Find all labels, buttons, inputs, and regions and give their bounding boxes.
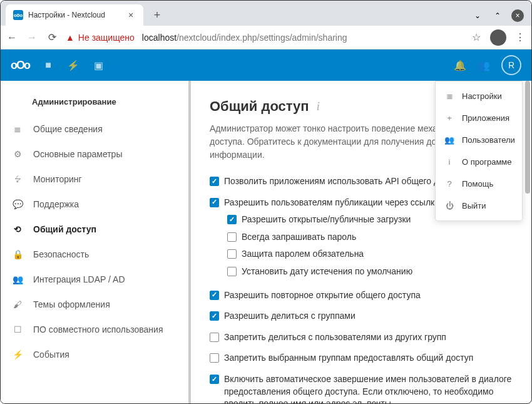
sidebar-item-6[interactable]: 👥Интеграция LDAP / AD <box>1 267 188 292</box>
notifications-icon[interactable]: 🔔 <box>454 59 466 71</box>
user-menu-label: Приложения <box>462 113 509 123</box>
checkbox[interactable] <box>210 291 219 300</box>
sidebar-item-label: Мониторинг <box>33 174 82 184</box>
close-window-icon[interactable]: × <box>511 9 524 22</box>
user-menu-item-0[interactable]: ≣Настройки <box>436 85 522 107</box>
option-label: Запретить делиться с пользователями из д… <box>224 331 446 344</box>
avatar-initial: R <box>508 60 514 70</box>
nextcloud-header: oOo ■ ⚡ ▣ 🔔 👥 R <box>1 49 531 81</box>
sidebar-item-0[interactable]: ≣Общие сведения <box>1 117 188 142</box>
browser-tab[interactable]: o0o Настройки - Nextcloud × <box>6 4 143 26</box>
back-icon[interactable]: ← <box>6 31 18 44</box>
sidebar-item-7[interactable]: 🖌Темы оформления <box>1 292 188 317</box>
browser-profile-icon[interactable] <box>490 29 506 46</box>
browser-tab-bar: o0o Настройки - Nextcloud × + ⌄ ⌃ × <box>1 1 531 26</box>
maximize-icon[interactable]: ⌃ <box>491 9 504 22</box>
user-menu-item-3[interactable]: iО программе <box>436 151 522 173</box>
user-menu-dropdown: ≣Настройки+Приложения👥ПользователиiО про… <box>435 81 523 221</box>
bolt-icon: ⚡ <box>12 350 23 360</box>
user-menu-item-4[interactable]: ?Помощь <box>436 173 522 195</box>
checkbox[interactable] <box>210 375 219 384</box>
list-icon: ≣ <box>12 124 23 134</box>
sharing-option-8[interactable]: Запретить делиться с пользователями из д… <box>210 331 513 344</box>
sidebar-item-3[interactable]: 💬Поддержка <box>1 192 188 217</box>
sidebar-item-label: Общий доступ <box>33 224 96 234</box>
option-label: Разрешить пользователям публикации через… <box>224 197 439 209</box>
checkbox[interactable] <box>210 198 219 207</box>
sidebar-heading: Администрирование <box>1 92 188 117</box>
info-icon: i <box>444 157 454 167</box>
admin-sidebar: Администрирование ≣Общие сведения⚙Основн… <box>1 81 188 403</box>
user-menu-label: Настройки <box>462 91 502 101</box>
sharing-option-5[interactable]: Установить дату истечения по умолчанию <box>227 266 513 278</box>
option-label: Защита паролем обязательна <box>242 248 364 261</box>
sharing-option-4[interactable]: Защита паролем обязательна <box>227 248 513 261</box>
user-menu-item-5[interactable]: ⏻Выйти <box>436 195 522 217</box>
sidebar-item-8[interactable]: ☐ПО совместного использования <box>1 317 188 342</box>
content-scrollbar[interactable] <box>525 81 530 194</box>
sharing-option-3[interactable]: Всегда запрашивать пароль <box>227 231 513 244</box>
reload-icon[interactable]: ⟳ <box>46 31 58 44</box>
files-icon[interactable]: ■ <box>42 59 54 71</box>
sidebar-item-label: Основные параметры <box>33 149 122 159</box>
gear-icon: ⚙ <box>12 149 23 159</box>
share-icon: ⟲ <box>12 224 23 234</box>
star-icon[interactable]: ☆ <box>470 31 483 44</box>
user-menu-item-2[interactable]: 👥Пользователи <box>436 129 522 151</box>
user-menu-label: О программе <box>462 157 512 167</box>
sharing-option-6[interactable]: Разрешить повторное открытие общего дост… <box>210 289 513 302</box>
power-icon: ⏻ <box>444 201 454 210</box>
sidebar-item-4[interactable]: ⟲Общий доступ <box>1 217 188 242</box>
user-menu-label: Помощь <box>462 179 493 189</box>
close-tab-icon[interactable]: × <box>126 10 136 20</box>
option-label: Разрешить повторное открытие общего дост… <box>224 289 421 302</box>
sidebar-item-label: ПО совместного использования <box>33 324 163 334</box>
nextcloud-favicon: o0o <box>13 10 23 20</box>
sidebar-item-2[interactable]: ⭍Мониторинг <box>1 167 188 192</box>
checkbox[interactable] <box>210 177 219 186</box>
sidebar-item-label: Безопасность <box>33 249 89 259</box>
sidebar-item-label: Темы оформления <box>33 299 110 309</box>
info-icon[interactable]: i <box>317 100 320 113</box>
nextcloud-logo[interactable]: oOo <box>11 59 29 72</box>
activity-icon[interactable]: ⚡ <box>67 59 79 71</box>
url-display[interactable]: localhost/nextcloud/index.php/settings/a… <box>142 33 463 43</box>
pulse-icon: ⭍ <box>12 174 23 184</box>
url-host: localhost <box>142 33 176 43</box>
option-label: Разрешить делиться с группами <box>224 310 356 323</box>
box-icon: ☐ <box>12 324 23 334</box>
window-controls: ⌄ ⌃ × <box>471 9 531 26</box>
sidebar-item-5[interactable]: 🔒Безопасность <box>1 242 188 267</box>
gallery-icon[interactable]: ▣ <box>92 59 105 71</box>
checkbox[interactable] <box>227 215 237 224</box>
sharing-option-7[interactable]: Разрешить делиться с группами <box>210 310 513 323</box>
address-bar: ← → ⟳ ▲ Не защищено localhost/nextcloud/… <box>1 26 531 49</box>
minimize-icon[interactable]: ⌄ <box>471 9 484 22</box>
sidebar-item-1[interactable]: ⚙Основные параметры <box>1 142 188 167</box>
option-label: Позволить приложениям использовать API о… <box>224 175 466 188</box>
user-avatar[interactable]: R <box>501 55 521 75</box>
contacts-icon[interactable]: 👥 <box>478 59 490 71</box>
checkbox[interactable] <box>227 267 237 276</box>
checkbox[interactable] <box>227 249 237 259</box>
security-indicator[interactable]: ▲ Не защищено <box>66 33 135 43</box>
option-label: Всегда запрашивать пароль <box>242 231 356 244</box>
users-icon: 👥 <box>444 135 454 145</box>
chat-icon: 💬 <box>12 199 23 209</box>
tab-title: Настройки - Nextcloud <box>28 11 121 19</box>
sidebar-item-9[interactable]: ⚡События <box>1 342 188 367</box>
option-label: Установить дату истечения по умолчанию <box>242 266 412 278</box>
sharing-option-9[interactable]: Запретить выбранным группам предоставлят… <box>210 352 513 365</box>
browser-menu-icon[interactable]: ⋮ <box>514 31 526 44</box>
plus-icon: + <box>444 113 454 123</box>
checkbox[interactable] <box>210 311 219 321</box>
forward-icon[interactable]: → <box>26 31 38 44</box>
checkbox[interactable] <box>227 232 237 242</box>
new-tab-button[interactable]: + <box>148 6 166 24</box>
checkbox[interactable] <box>210 333 219 342</box>
checkbox[interactable] <box>210 353 219 363</box>
user-menu-item-1[interactable]: +Приложения <box>436 107 522 129</box>
user-menu-label: Выйти <box>462 201 486 210</box>
sidebar-item-label: Общие сведения <box>33 124 103 134</box>
sharing-option-10[interactable]: Включить автоматическое завершение имен … <box>210 373 513 403</box>
